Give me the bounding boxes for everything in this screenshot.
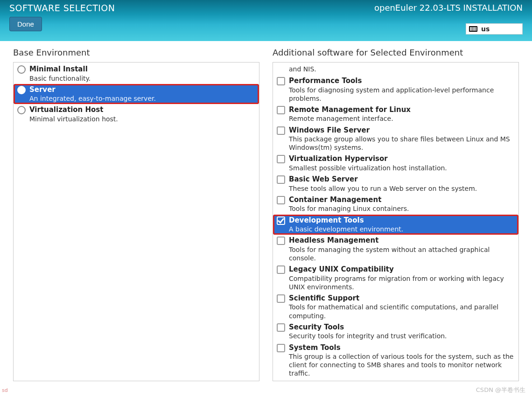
base-env-item-server[interactable]: ServerAn integrated, easy-to-manage serv…: [14, 84, 259, 105]
done-button[interactable]: Done: [9, 17, 42, 31]
addon-item-smart-card[interactable]: Smart Card SupportSupport for using smar…: [273, 379, 518, 381]
addon-desc: Smallest possible virtualization host in…: [289, 164, 515, 172]
addon-title: Performance Tools: [289, 77, 515, 86]
addon-title: Security Tools: [289, 323, 515, 332]
addon-title: Basic Web Server: [289, 175, 515, 184]
checkbox-icon[interactable]: [277, 126, 285, 135]
base-env-title: Virtualization Host: [29, 105, 255, 115]
addon-desc: and NIS.: [289, 65, 515, 73]
base-env-desc: Basic functionality.: [29, 74, 255, 83]
addons-column: Additional software for Selected Environ…: [273, 48, 519, 381]
addon-item-dev-tools[interactable]: Development ToolsA basic development env…: [273, 215, 518, 235]
addon-desc: A basic development environment.: [289, 225, 515, 233]
addon-title: Remote Management for Linux: [289, 105, 515, 115]
radio-icon[interactable]: [17, 86, 26, 94]
installer-header: SOFTWARE SELECTION openEuler 22.03-LTS I…: [0, 0, 532, 41]
addon-desc: Security tools for integrity and trust v…: [289, 332, 515, 340]
addon-desc: This group is a collection of various to…: [289, 352, 515, 378]
base-env-desc: Minimal virtualization host.: [29, 115, 255, 123]
base-environment-column: Base Environment Minimal InstallBasic fu…: [13, 48, 259, 381]
radio-icon[interactable]: [17, 106, 26, 114]
addon-desc: This package group allows you to share f…: [289, 135, 515, 152]
checkbox-icon[interactable]: [277, 216, 285, 225]
addon-title: Scientific Support: [289, 294, 515, 303]
checkbox-icon[interactable]: [277, 237, 285, 245]
addon-item-scientific[interactable]: Scientific SupportTools for mathematical…: [273, 293, 518, 321]
checkbox-icon[interactable]: [277, 323, 285, 332]
base-env-item-minimal[interactable]: Minimal InstallBasic functionality.: [14, 63, 259, 84]
base-env-title: Server: [29, 85, 255, 95]
addon-item-remote-mgmt[interactable]: Remote Management for LinuxRemote manage…: [273, 104, 518, 125]
checkbox-icon[interactable]: [277, 106, 285, 114]
addon-item-legacy-unix[interactable]: Legacy UNIX CompatibilityCompatibility p…: [273, 264, 518, 293]
keyboard-icon: [469, 26, 477, 32]
addon-title: System Tools: [289, 343, 515, 353]
addons-list[interactable]: and NIS.Performance ToolsTools for diagn…: [273, 62, 519, 381]
addon-desc: Compatibility programs for migration fro…: [289, 274, 515, 291]
addon-title: Legacy UNIX Compatibility: [289, 265, 515, 274]
addon-item-system-tools[interactable]: System ToolsThis group is a collection o…: [273, 342, 518, 379]
checkbox-icon[interactable]: [277, 294, 285, 303]
addon-item-basic-web[interactable]: Basic Web ServerThese tools allow you to…: [273, 174, 518, 194]
addon-title: Container Management: [289, 196, 515, 205]
checkbox-icon[interactable]: [277, 175, 285, 184]
addon-item-nis-fragment[interactable]: and NIS.: [273, 63, 518, 75]
checkbox-icon[interactable]: [277, 344, 285, 352]
checkbox-icon[interactable]: [277, 77, 285, 85]
checkbox-icon[interactable]: [277, 155, 285, 163]
addon-item-win-file[interactable]: Windows File ServerThis package group al…: [273, 125, 518, 154]
addons-heading: Additional software for Selected Environ…: [273, 48, 519, 57]
checkbox-icon[interactable]: [277, 265, 285, 274]
addon-title: Smart Card Support: [289, 381, 515, 381]
content-area: Base Environment Minimal InstallBasic fu…: [0, 41, 532, 390]
addon-item-security[interactable]: Security ToolsSecurity tools for integri…: [273, 321, 518, 342]
addon-desc: These tools allow you to run a Web serve…: [289, 184, 515, 193]
addon-title: Windows File Server: [289, 126, 515, 135]
addon-item-headless[interactable]: Headless ManagementTools for managing th…: [273, 235, 518, 264]
addon-title: Development Tools: [289, 216, 515, 225]
addon-desc: Remote management interface.: [289, 114, 515, 123]
addon-title: Virtualization Hypervisor: [289, 154, 515, 164]
addon-item-container[interactable]: Container ManagementTools for managing L…: [273, 194, 518, 215]
checkbox-icon[interactable]: [277, 196, 285, 204]
base-env-title: Minimal Install: [29, 65, 255, 74]
watermark: CSDN @半卷书生: [476, 386, 525, 394]
base-environment-list[interactable]: Minimal InstallBasic functionality.Serve…: [13, 62, 259, 381]
addon-desc: Tools for diagnosing system and applicat…: [289, 86, 515, 103]
addon-item-perf-tools[interactable]: Performance ToolsTools for diagnosing sy…: [273, 75, 518, 104]
keyboard-layout-label: us: [481, 25, 490, 33]
keyboard-indicator[interactable]: us: [466, 23, 523, 35]
radio-icon[interactable]: [17, 65, 26, 74]
addon-desc: Tools for managing Linux containers.: [289, 204, 515, 213]
base-env-item-virt-host[interactable]: Virtualization HostMinimal virtualizatio…: [14, 104, 259, 125]
corner-text: sd: [2, 387, 8, 393]
addon-item-virt-hyper[interactable]: Virtualization HypervisorSmallest possib…: [273, 153, 518, 174]
addon-desc: Tools for mathematical and scientific co…: [289, 303, 515, 320]
addon-title: Headless Management: [289, 236, 515, 245]
base-environment-heading: Base Environment: [13, 48, 259, 57]
base-env-desc: An integrated, easy-to-manage server.: [29, 94, 255, 103]
addon-desc: Tools for managing the system without an…: [289, 245, 515, 262]
product-label: openEuler 22.03-LTS INSTALLATION: [374, 3, 523, 13]
